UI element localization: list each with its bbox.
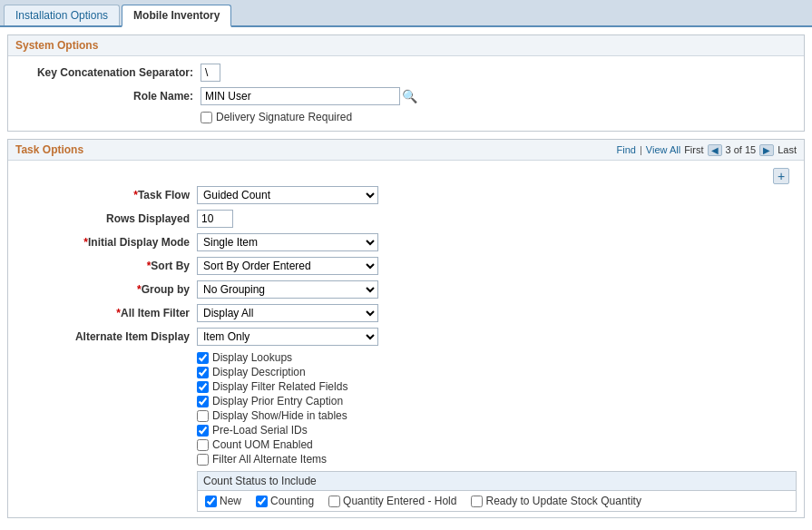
key-concat-row: Key Concatenation Separator: \ [19,64,793,82]
system-options-body: Key Concatenation Separator: \ Role Name… [8,56,804,131]
task-options-header: Task Options Find | View All First ◀ 3 o… [8,140,804,161]
count-status-new-label: New [220,495,241,507]
display-prior-entry-checkbox[interactable] [197,396,209,407]
cb-display-show-hide: Display Show/Hide in tables [197,409,797,422]
sort-by-select[interactable]: Sort By Order Entered Sort By Item [197,257,378,275]
add-row-container: + [15,166,797,186]
tabs-bar: Installation Options Mobile Inventory [0,0,812,27]
cb-count-uom: Count UOM Enabled [197,438,797,451]
delivery-signature-row: Delivery Signature Required [201,111,793,123]
rows-displayed-input[interactable] [197,210,233,228]
task-flow-row: *Task Flow Guided Count Free Count [15,186,797,204]
display-show-hide-checkbox[interactable] [197,410,209,422]
pre-load-serial-checkbox[interactable] [197,425,209,437]
checkboxes-area: Display Lookups Display Description Disp… [197,351,797,466]
delivery-signature-checkbox[interactable] [201,112,212,123]
nav-current: 3 of 15 [726,144,757,155]
role-name-input[interactable] [201,87,400,105]
display-description-checkbox[interactable] [197,367,209,378]
filter-alternate-checkbox[interactable] [197,454,209,466]
sort-by-row: *Sort By Sort By Order Entered Sort By I… [15,257,797,275]
cb-display-lookups: Display Lookups [197,351,797,364]
cb-display-description: Display Description [197,366,797,378]
display-filter-related-checkbox[interactable] [197,381,209,393]
cb-pre-load-serial: Pre-Load Serial IDs [197,424,797,437]
main-content: System Options Key Concatenation Separat… [0,27,812,525]
cb-display-filter-related: Display Filter Related Fields [197,380,797,393]
cb-filter-alternate: Filter All Alternate Items [197,453,797,466]
key-concat-label: Key Concatenation Separator: [19,66,201,79]
role-search-button[interactable]: 🔍 [400,89,419,103]
pre-load-serial-label: Pre-Load Serial IDs [212,424,308,437]
count-status-body: New Counting Quantity Entered - Hold Rea… [198,491,796,511]
group-by-row: *Group by No Grouping Group By Location [15,280,797,299]
count-status-qty-hold: Quantity Entered - Hold [328,495,456,507]
all-item-filter-row: *All Item Filter Display All Uncounted O… [15,304,797,322]
count-status-new: New [205,495,241,507]
group-by-label: *Group by [15,283,197,296]
rows-displayed-row: Rows Displayed [15,210,797,228]
count-status-qty-hold-checkbox[interactable] [328,496,340,507]
role-name-row: Role Name: 🔍 [19,87,793,105]
add-row-button[interactable]: + [773,168,789,184]
task-options-title: Task Options [15,143,83,156]
count-status-counting-label: Counting [270,495,314,507]
count-uom-checkbox[interactable] [197,439,209,451]
system-options-section: System Options Key Concatenation Separat… [7,34,805,132]
display-description-label: Display Description [212,366,306,378]
alternate-item-display-label: Alternate Item Display [15,330,197,343]
tab-installation-options[interactable]: Installation Options [4,5,120,25]
all-item-filter-label: *All Item Filter [15,307,197,319]
count-status-box: Count Status to Include New Counting Qua… [197,471,797,512]
count-status-ready-update-checkbox[interactable] [471,496,483,507]
nav-first: First [684,144,703,155]
count-status-title: Count Status to Include [198,472,796,491]
count-status-counting: Counting [256,495,314,507]
view-all-link[interactable]: View All [646,144,680,155]
task-flow-label: *Task Flow [15,189,197,201]
initial-display-mode-select[interactable]: Single Item All Items [197,233,378,251]
count-status-counting-checkbox[interactable] [256,496,268,507]
display-lookups-label: Display Lookups [212,351,292,364]
tab-mobile-inventory[interactable]: Mobile Inventory [122,5,231,27]
count-status-ready-update-label: Ready to Update Stock Quantity [485,495,641,507]
display-lookups-checkbox[interactable] [197,352,209,364]
find-link[interactable]: Find [617,144,636,155]
filter-alternate-label: Filter All Alternate Items [212,453,327,466]
count-status-ready-update: Ready to Update Stock Quantity [471,495,641,507]
task-options-body: + *Task Flow Guided Count Free Count Row… [8,161,804,517]
group-by-select[interactable]: No Grouping Group By Location [197,280,378,299]
alternate-item-display-select[interactable]: Item Only All Items [197,328,378,346]
display-show-hide-label: Display Show/Hide in tables [212,409,347,422]
all-item-filter-select[interactable]: Display All Uncounted Only [197,304,378,322]
task-nav: Find | View All First ◀ 3 of 15 ▶ Last [617,144,797,156]
nav-prev-button[interactable]: ◀ [708,144,722,156]
task-options-section: Task Options Find | View All First ◀ 3 o… [7,139,805,518]
cb-display-prior-entry: Display Prior Entry Caption [197,395,797,407]
count-status-new-checkbox[interactable] [205,496,217,507]
nav-last: Last [778,144,797,155]
task-flow-select[interactable]: Guided Count Free Count [197,186,378,204]
alternate-item-display-row: Alternate Item Display Item Only All Ite… [15,328,797,346]
sort-by-label: *Sort By [15,260,197,272]
initial-display-mode-row: *Initial Display Mode Single Item All It… [15,233,797,251]
system-options-title: System Options [8,35,804,56]
display-filter-related-label: Display Filter Related Fields [212,380,347,393]
initial-display-mode-label: *Initial Display Mode [15,236,197,249]
display-prior-entry-label: Display Prior Entry Caption [212,395,343,407]
nav-next-button[interactable]: ▶ [759,144,774,156]
role-name-label: Role Name: [19,90,201,103]
rows-displayed-label: Rows Displayed [15,212,197,225]
key-concat-input[interactable]: \ [201,64,220,82]
count-uom-label: Count UOM Enabled [212,438,313,451]
delivery-signature-label: Delivery Signature Required [216,111,352,123]
count-status-qty-hold-label: Quantity Entered - Hold [343,495,456,507]
